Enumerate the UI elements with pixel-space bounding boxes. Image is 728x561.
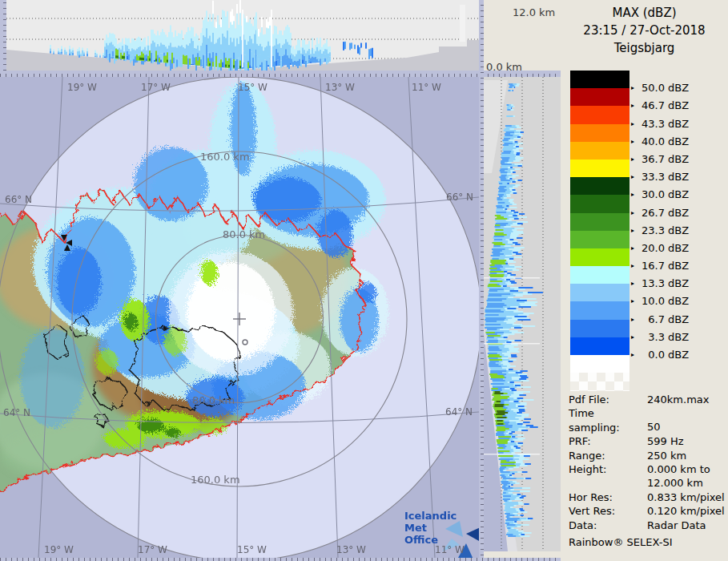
info-label: Vert Res: [569,504,647,518]
info-row: Pdf File:240km.max [569,393,728,406]
info-row: Vert Res:0.120 km/pixel [569,504,728,518]
info-label: Hor Res: [569,490,647,504]
vertical-profile-side-canvas [484,77,561,551]
legend-row: ▸40.0dBZ [570,124,722,142]
software-name: Rainbow® SELEX-SI [569,535,728,549]
legend-row: ▸30.0dBZ [570,177,722,195]
sidebar: MAX (dBZ) 23:15 / 27-Oct-2018 Teigsbjarg… [561,0,728,561]
info-value: Radar Data [647,519,706,531]
info-value: 0.000 km to [647,463,710,475]
info-value: 250 km [647,450,686,462]
info-label: Range: [569,449,647,462]
legend-row: ▸6.7dBZ [570,301,722,319]
info-value: 599 Hz [647,435,684,447]
legend-swatch [570,266,629,284]
legend-swatch-white [570,355,629,373]
legend-swatch [570,106,629,123]
legend-row: ▸33.3dBZ [570,159,722,177]
legend-swatch [570,159,629,177]
legend-swatch [570,320,629,337]
legend-swatch [570,231,629,248]
product-info: Pdf File:240km.maxTime sampling:50PRF:59… [569,393,728,549]
legend-swatch [570,88,629,106]
legend-row: ▸26.7dBZ [570,195,722,212]
legend-row: ▸3.3dBZ [570,320,722,337]
legend-row: ▸23.3dBZ [570,213,722,231]
info-row: Hor Res:0.833 km/pixel [569,490,728,504]
product-info-rows: Pdf File:240km.maxTime sampling:50PRF:59… [569,393,728,532]
legend-unit: dBZ [668,349,689,361]
legend-arrow-icon: ▸ [631,349,634,361]
legend-swatch-transparent [570,373,629,391]
radar-map[interactable]: 19° W19° W17° W17° W15° W15° W13° W13° W… [0,77,479,558]
info-row: Range:250 km [569,449,728,462]
info-row: Height:0.000 km to [569,462,728,476]
legend-row: ▸0.0dBZ [570,337,722,355]
legend-swatch [570,301,629,319]
product-datetime: 23:15 / 27-Oct-2018 [561,22,728,39]
station-name: Teigsbjarg [561,39,728,57]
info-label: Height: [569,462,647,476]
legend-row: ▸36.7dBZ [570,142,722,159]
legend-swatch [570,142,629,159]
info-row: Time sampling:50 [569,406,728,434]
top-profile-axis-strip [0,0,6,71]
legend-row: ▸10.0dBZ [570,284,722,301]
info-value: 50 [647,422,661,434]
legend-row: ▸16.7dBZ [570,248,722,266]
legend-value: 0.0 [636,349,665,361]
imo-logo-line1: Icelandic Met [404,510,479,534]
map-bottom-tick-strip [0,558,569,561]
imo-logo-text: Icelandic Met Office [404,510,479,546]
legend-swatch [570,124,629,142]
legend-swatch [570,248,629,266]
title-block: MAX (dBZ) 23:15 / 27-Oct-2018 Teigsbjarg [561,4,728,57]
legend-swatch [570,337,629,355]
legend-row: ▸50.0dBZ [570,71,722,88]
color-legend: ▸50.0dBZ▸46.7dBZ▸43.3dBZ▸40.0dBZ▸36.7dBZ… [570,71,722,391]
imo-logo-line2: Office [404,534,479,546]
legend-swatch [570,284,629,301]
info-row: Data:Radar Data [569,519,728,532]
product-title: MAX (dBZ) [561,4,728,22]
radar-map-canvas [0,77,479,558]
info-value: 0.833 km/pixel [647,491,725,503]
legend-label: ▸0.0dBZ [631,349,689,361]
legend-swatch [570,195,629,212]
vertical-profile-top-panel[interactable] [6,0,479,71]
legend-row: ▸43.3dBZ [570,106,722,123]
info-row: 12.000 km [569,476,728,490]
legend-swatch [570,177,629,195]
radar-application-window: 12.0 km 0.0 km [0,0,728,561]
height-max-label: 12.0 km [513,6,555,18]
legend-swatch [570,213,629,231]
info-value: 240km.max [647,394,709,406]
vertical-profile-top-canvas [6,0,479,71]
info-label: Pdf File: [569,393,647,406]
info-label: Data: [569,519,647,532]
info-label: PRF: [569,434,647,448]
info-value: 0.120 km/pixel [647,505,725,517]
vertical-profile-side-panel[interactable] [484,77,561,551]
legend-row: ▸46.7dBZ [570,88,722,106]
info-value: 12.000 km [647,477,703,489]
legend-row: ▸13.3dBZ [570,266,722,284]
info-label: Time sampling: [569,406,647,434]
legend-swatch [570,71,629,88]
legend-row: ▸20.0dBZ [570,231,722,248]
info-row: PRF:599 Hz [569,434,728,448]
